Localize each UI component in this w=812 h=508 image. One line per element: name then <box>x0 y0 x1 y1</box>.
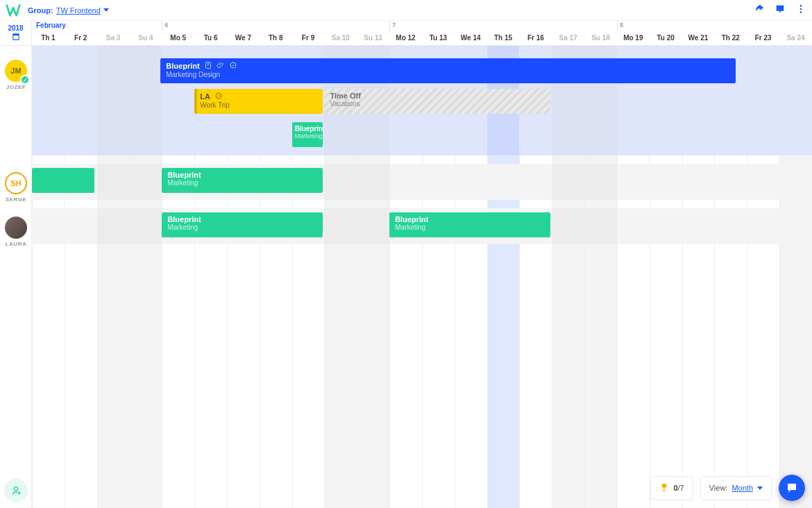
day-header-cell[interactable]: We 7 <box>227 31 260 45</box>
view-value: Month <box>731 484 753 492</box>
group-selector[interactable]: TW Frontend <box>56 6 101 15</box>
task-title: Blueprint <box>395 215 428 223</box>
task-title: Blueprint <box>166 62 199 70</box>
day-header-cell[interactable]: Tu 20 <box>650 31 682 45</box>
day-header-cell[interactable]: Su 11 <box>357 31 389 45</box>
group-label: Group: <box>28 6 53 15</box>
day-header-cell[interactable]: Sa 10 <box>324 31 357 45</box>
inbox-icon[interactable] <box>775 3 786 17</box>
avatar[interactable]: JM <box>5 60 27 82</box>
day-header-cell[interactable]: Fr 16 <box>519 31 552 45</box>
day-header-cell[interactable]: Tu 13 <box>422 31 455 45</box>
calendar-body[interactable]: JMJOZEFSHSERGELAURA Blueprint Marketing … <box>0 46 812 508</box>
day-header-cell[interactable]: Tu 6 <box>194 31 227 45</box>
task-title: Time Off <box>330 92 360 100</box>
calendar-icon <box>11 32 21 42</box>
task-subtitle: Vacations <box>330 100 545 108</box>
app-logo[interactable] <box>6 3 21 18</box>
week-number: 6 <box>162 22 168 28</box>
avatar[interactable]: SH <box>5 172 27 194</box>
day-header-cell[interactable]: Fr 23 <box>747 31 779 45</box>
task-subtitle: Marketing <box>295 133 321 139</box>
note-icon <box>204 61 212 71</box>
calendar-header: 2018 February 6 7 8 Th 1Fr 2Sa 3Su 4Mo 5… <box>0 21 812 46</box>
year-label: 2018 <box>8 24 23 32</box>
svg-point-0 <box>800 5 802 7</box>
person-avatar[interactable]: LAURA <box>0 217 32 247</box>
task-subtitle: Marketing <box>395 223 545 231</box>
task-title: Blueprint <box>167 215 201 223</box>
day-header-cell[interactable]: Su 18 <box>584 31 617 45</box>
checklist-icon <box>229 61 237 71</box>
day-header-cell[interactable]: Sa 17 <box>552 31 584 45</box>
week-number: 7 <box>389 22 396 28</box>
year-picker[interactable]: 2018 <box>0 21 32 45</box>
day-header-cell[interactable]: Th 8 <box>260 31 292 45</box>
day-header-cell[interactable]: Su 4 <box>129 31 162 45</box>
task-bar[interactable]: Blueprint Marketing <box>389 212 550 237</box>
day-header-cell[interactable]: Mo 12 <box>389 31 422 45</box>
top-bar: Group: TW Frontend <box>0 0 812 21</box>
day-header-cell[interactable]: We 21 <box>682 31 715 45</box>
day-header-cell[interactable]: Sa 3 <box>97 31 130 45</box>
share-icon[interactable] <box>754 3 765 17</box>
day-header-cell[interactable]: Sa 24 <box>779 31 812 45</box>
task-title: LA <box>200 92 210 101</box>
day-header-cell[interactable]: We 14 <box>455 31 487 45</box>
view-label: View: <box>709 484 728 492</box>
task-bar[interactable]: Blueprint Marketing <box>292 122 323 147</box>
day-header-cell[interactable]: Mo 19 <box>617 31 650 45</box>
task-title: Blueprint <box>295 125 323 133</box>
task-bar[interactable]: LA Work Trip <box>194 89 323 114</box>
svg-point-1 <box>800 8 802 10</box>
person-avatar[interactable]: SHSERGE <box>0 172 32 203</box>
day-header-cell[interactable]: Th 1 <box>32 31 65 45</box>
people-sidebar: JMJOZEFSHSERGELAURA <box>0 46 32 508</box>
trophy-icon <box>659 482 669 493</box>
task-subtitle: Marketing <box>167 223 317 231</box>
day-header-cell[interactable]: Th 22 <box>714 31 747 45</box>
svg-point-2 <box>800 11 802 13</box>
person-avatar[interactable]: JMJOZEF <box>0 60 32 90</box>
day-header-cell[interactable]: Fr 9 <box>292 31 325 45</box>
avatar[interactable] <box>5 217 27 239</box>
day-header-cell[interactable]: Th 15 <box>487 31 520 45</box>
task-bar[interactable]: Blueprint Marketing <box>162 168 323 193</box>
checklist-icon <box>214 92 223 101</box>
month-label: February <box>32 22 66 29</box>
task-bar[interactable]: Blueprint Marketing <box>162 212 323 237</box>
task-subtitle: Work Trip <box>200 101 317 109</box>
day-header-cell[interactable]: Fr 2 <box>65 31 97 45</box>
person-name: SERGE <box>6 196 27 203</box>
task-subtitle: Marketing <box>167 179 317 187</box>
score-chip[interactable]: 0/7 <box>650 476 693 500</box>
more-icon[interactable] <box>795 3 806 17</box>
add-user-button[interactable] <box>4 479 28 502</box>
task-subtitle: Marketing Design <box>166 71 730 78</box>
person-name: JOZEF <box>6 84 26 90</box>
view-selector[interactable]: View: Month <box>700 476 772 500</box>
person-name: LAURA <box>6 241 27 247</box>
task-title: Blueprint <box>167 171 201 179</box>
task-bar[interactable]: Blueprint Marketing Design <box>160 58 736 83</box>
help-button[interactable] <box>779 475 805 501</box>
task-bar[interactable]: Time Off Vacations <box>324 89 550 114</box>
score-total: 7 <box>680 484 684 492</box>
attachment-icon <box>217 61 225 71</box>
day-header-cell[interactable]: Mo 5 <box>162 31 194 45</box>
caret-down-icon <box>757 486 763 490</box>
caret-down-icon[interactable] <box>103 8 109 12</box>
week-number: 8 <box>617 22 623 28</box>
check-icon <box>20 75 30 85</box>
task-bar[interactable] <box>32 168 94 193</box>
